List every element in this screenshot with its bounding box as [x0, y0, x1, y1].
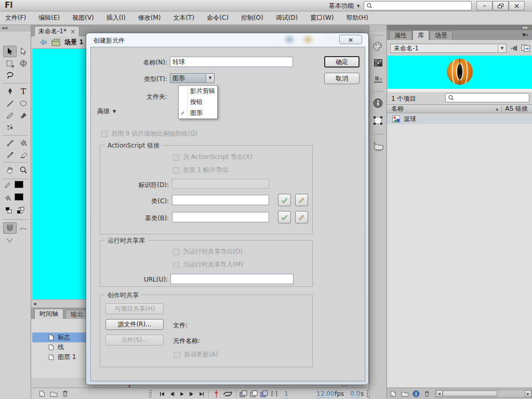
stroke-color-swatch[interactable]	[15, 181, 23, 188]
scroll-right-icon[interactable]: ▶	[525, 390, 531, 397]
library-item-row[interactable]: 篮球	[387, 114, 532, 124]
layer-row[interactable]: 图层 1	[32, 352, 86, 362]
default-colors-icon[interactable]	[5, 207, 12, 214]
menu-option-graphic-checked[interactable]: ✓ 图形	[179, 108, 217, 118]
menu-option-button[interactable]: 按钮	[179, 97, 217, 108]
library-h-scrollbar[interactable]: ◀ ▶	[435, 390, 532, 397]
menu-control[interactable]: 控制(O)	[241, 14, 263, 22]
swap-colors-icon[interactable]	[17, 207, 24, 214]
swatches-panel-button[interactable]	[369, 55, 387, 71]
hand-tool[interactable]	[3, 164, 17, 176]
play-button[interactable]	[177, 390, 187, 398]
export-for-actionscript-checkbox[interactable]: 为 ActionScript 导出(X)	[173, 153, 252, 162]
validate-base-class-button[interactable]	[278, 211, 291, 223]
symbol-button[interactable]: 元件(S)...	[105, 335, 164, 345]
auto-update-checkbox[interactable]: 自动更新(A)	[174, 350, 218, 359]
library-document-select[interactable]: 未命名-1 ▼	[390, 44, 507, 53]
base-class-input[interactable]	[172, 212, 269, 222]
eraser-tool[interactable]	[17, 149, 30, 161]
current-frame-hot-text[interactable]: 1	[284, 390, 288, 398]
menu-help[interactable]: 帮助(H)	[347, 14, 368, 22]
elapsed-time-hot-text[interactable]: 0.0	[350, 390, 360, 398]
deco-tool[interactable]	[3, 122, 17, 133]
paint-bucket-tool[interactable]	[17, 137, 30, 149]
ok-button[interactable]: 确定	[324, 56, 360, 68]
onion-skin-button[interactable]	[240, 390, 247, 397]
zoom-tool[interactable]	[17, 164, 30, 176]
frame-rate-hot-text[interactable]: 12.00	[316, 390, 334, 398]
line-tool[interactable]	[3, 98, 17, 109]
delete-layer-button[interactable]	[62, 390, 69, 397]
menu-file[interactable]: 文件(F)	[5, 14, 26, 22]
menu-modify[interactable]: 修改(M)	[138, 14, 161, 22]
scene-label[interactable]: 场景 1	[64, 38, 84, 47]
tab-library[interactable]: 库	[413, 30, 429, 40]
cancel-button[interactable]: 取消	[324, 73, 360, 84]
transform-panel-button[interactable]	[369, 112, 387, 129]
scroll-left-icon[interactable]: ◀	[33, 302, 36, 306]
new-symbol-button[interactable]	[390, 390, 397, 397]
new-folder-button[interactable]	[401, 391, 409, 397]
url-input[interactable]	[170, 274, 294, 284]
close-button[interactable]: ×	[509, 1, 525, 10]
new-library-panel-button[interactable]	[521, 44, 530, 52]
sort-ascending-icon[interactable]: ▲	[496, 107, 498, 111]
tab-scene[interactable]: 场景	[430, 31, 453, 40]
pen-tool[interactable]	[3, 86, 17, 97]
source-file-button[interactable]: 源文件(R)...	[105, 319, 164, 330]
edit-multiple-frames-button[interactable]	[260, 390, 268, 397]
code-snippets-panel-button[interactable]	[369, 137, 387, 155]
export-in-frame1-checkbox[interactable]: 在第 1 帧中导出	[173, 166, 228, 175]
item-properties-button[interactable]	[413, 390, 420, 397]
text-tool[interactable]: T	[17, 86, 30, 97]
tab-properties[interactable]: 属性	[389, 31, 412, 40]
color-panel-button[interactable]	[369, 38, 387, 55]
brush-tool[interactable]	[17, 110, 30, 121]
fill-color-swatch[interactable]	[15, 193, 23, 201]
oval-tool[interactable]	[17, 98, 30, 109]
snap-to-objects-toggle[interactable]	[3, 222, 17, 234]
export-runtime-sharing-checkbox[interactable]: 为运行时共享导出(O)	[173, 247, 243, 256]
collapse-panel-icon[interactable]: ◀◀	[0, 25, 31, 32]
step-forward-button[interactable]	[187, 390, 196, 398]
free-transform-tool[interactable]	[3, 58, 17, 69]
scroll-left-icon[interactable]: ◀	[436, 390, 443, 397]
menu-insert[interactable]: 插入(I)	[107, 14, 126, 22]
column-name-header[interactable]: 名称	[391, 104, 404, 113]
menu-window[interactable]: 窗口(W)	[310, 14, 334, 22]
panel-menu-icon[interactable]: ▼≡	[522, 33, 528, 37]
enable-9slice-checkbox[interactable]: 启用 9 切片缩放比例辅助线(G)	[101, 129, 197, 138]
back-arrow-icon[interactable]	[39, 39, 47, 46]
selection-tool[interactable]	[3, 46, 17, 57]
eyedropper-tool[interactable]	[3, 149, 17, 161]
restore-button[interactable]	[493, 1, 509, 10]
loop-playback-button[interactable]	[222, 391, 233, 397]
edit-base-class-button[interactable]	[295, 211, 308, 223]
menu-view[interactable]: 视图(V)	[72, 14, 94, 22]
subselection-tool[interactable]	[17, 46, 30, 57]
document-tab[interactable]: 未命名-1* ×	[34, 26, 79, 36]
delete-item-button[interactable]	[424, 390, 430, 397]
validate-class-button[interactable]	[278, 194, 291, 206]
library-search-input[interactable]	[445, 93, 529, 102]
layer-row[interactable]: 线	[32, 342, 86, 352]
menu-commands[interactable]: 命令(C)	[207, 14, 229, 22]
menu-text[interactable]: 文本(T)	[173, 14, 194, 22]
pin-library-button[interactable]	[510, 45, 518, 52]
menu-edit[interactable]: 编辑(E)	[38, 14, 60, 22]
info-panel-button[interactable]	[369, 94, 387, 112]
straighten-tool[interactable]	[3, 235, 17, 246]
search-input[interactable]	[364, 1, 472, 10]
align-panel-button[interactable]	[369, 71, 387, 87]
scrollbar-thumb[interactable]	[443, 391, 497, 396]
bone-tool[interactable]	[3, 137, 17, 149]
drag-handle[interactable]	[149, 390, 152, 397]
new-layer-button[interactable]	[38, 390, 46, 397]
collapse-dock-icon[interactable]: ▶▶	[387, 25, 532, 30]
advanced-toggle[interactable]: 高级 ▼	[97, 107, 116, 116]
share-with-project-button[interactable]: 与项目共享(H)	[105, 303, 164, 314]
layer-row-selected[interactable]: 标志	[32, 332, 86, 342]
dialog-close-button[interactable]: ×	[339, 35, 362, 44]
symbol-name-input[interactable]: 转球	[170, 57, 293, 67]
go-last-frame-button[interactable]	[197, 390, 206, 398]
